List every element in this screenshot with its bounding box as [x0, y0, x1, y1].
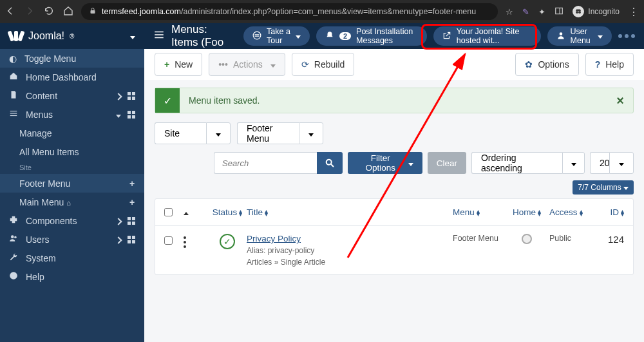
columns-button[interactable]: 7/7 Columns — [573, 180, 634, 195]
svg-rect-13 — [155, 37, 164, 38]
svg-point-3 — [576, 11, 578, 14]
joomla-logo-icon — [9, 31, 23, 41]
bell-icon — [325, 31, 334, 42]
item-id: 124 — [598, 234, 624, 245]
column-menu[interactable]: Menu▴▾ — [453, 207, 504, 217]
plus-icon[interactable]: + — [126, 178, 138, 189]
sidebar-sub-all-items[interactable]: All Menu Items — [0, 142, 144, 161]
sidebar-sub-manage[interactable]: Manage — [0, 124, 144, 142]
take-tour-button[interactable]: Take a Tour — [243, 26, 310, 46]
clear-button[interactable]: Clear — [428, 152, 466, 174]
menu-type-selector[interactable]: Footer Menu — [237, 122, 323, 144]
sidebar-item-menus[interactable]: Menus — [0, 105, 144, 124]
options-button[interactable]: ✿ Options — [515, 53, 578, 76]
svg-point-10 — [10, 272, 17, 280]
brand[interactable]: Joomla! ® — [0, 23, 144, 49]
column-id[interactable]: ID▴▾ — [598, 207, 624, 217]
column-status[interactable]: Status▴▾ — [208, 207, 247, 217]
sidebar-item-system[interactable]: System — [0, 249, 144, 267]
sidebar-item-components[interactable]: Components — [0, 211, 144, 230]
browser-menu-icon[interactable]: ⋮ — [629, 6, 639, 18]
star-icon[interactable]: ☆ — [506, 7, 513, 17]
item-title-link[interactable]: Privacy Policy — [247, 234, 453, 243]
url-host: termsfeed.joomla.com — [102, 7, 181, 16]
alert-close-button[interactable]: × — [607, 93, 633, 108]
forward-icon — [24, 6, 35, 18]
panel-icon[interactable] — [554, 6, 564, 17]
new-button[interactable]: + New — [155, 53, 202, 76]
sort-icon: ▴▾ — [265, 209, 268, 216]
grid-icon[interactable] — [128, 236, 135, 243]
search-button[interactable] — [317, 152, 343, 174]
site-selector[interactable]: Site — [155, 122, 231, 144]
sort-icon: ▴▾ — [239, 209, 242, 216]
toolbar: + New ••• Actions ⟳ Rebuild ✿ Options ? … — [144, 49, 644, 80]
grid-icon[interactable] — [128, 217, 135, 225]
plus-icon[interactable]: + — [126, 196, 138, 208]
sidebar-item-home[interactable]: Home Dashboard — [0, 68, 144, 86]
sort-icon: ▴▾ — [621, 209, 624, 216]
home-toggle[interactable] — [522, 234, 532, 244]
reload-icon[interactable] — [44, 6, 54, 18]
incognito-badge[interactable]: Incognito — [573, 6, 620, 17]
limit-selector[interactable]: 20 — [590, 152, 634, 174]
rebuild-button[interactable]: ⟳ Rebuild — [292, 53, 354, 76]
extensions-icon[interactable]: ✦ — [538, 7, 545, 17]
chevron-down-icon — [130, 30, 135, 42]
ellipsis-icon: ••• — [218, 59, 228, 70]
info-icon — [9, 271, 18, 282]
svg-rect-7 — [10, 115, 17, 116]
help-button[interactable]: ? Help — [585, 53, 634, 76]
home-icon — [9, 71, 18, 82]
select-all-checkbox[interactable] — [164, 208, 173, 216]
svg-point-4 — [578, 11, 581, 14]
list-icon — [153, 29, 165, 44]
column-access[interactable]: Access▴▾ — [549, 207, 598, 217]
sidebar: Joomla! ® ◐ Toggle Menu Home Dashboard C… — [0, 23, 144, 342]
question-icon: ? — [595, 59, 601, 70]
toggle-menu-button[interactable]: ◐ Toggle Menu — [0, 49, 144, 68]
column-home[interactable]: Home▴▾ — [504, 207, 549, 217]
grid-icon[interactable] — [128, 111, 135, 119]
item-alias: Alias: privacy-policy — [247, 246, 453, 255]
svg-line-19 — [331, 164, 334, 167]
puzzle-icon — [9, 215, 18, 226]
column-order[interactable] — [184, 207, 208, 217]
chevron-right-icon — [116, 234, 121, 245]
chevron-down-icon — [619, 157, 624, 169]
svg-rect-12 — [155, 34, 164, 35]
sidebar-item-users[interactable]: Users — [0, 230, 144, 249]
row-checkbox[interactable] — [164, 236, 173, 245]
sidebar-sub-footer-menu[interactable]: Footer Menu + — [0, 174, 144, 193]
svg-point-8 — [11, 235, 14, 238]
notifications-button[interactable]: 2 Post Installation Messages — [316, 26, 427, 46]
chevron-down-icon — [623, 183, 629, 192]
more-menu-button[interactable] — [618, 34, 635, 38]
search-input[interactable] — [214, 152, 317, 174]
drag-handle[interactable] — [184, 236, 208, 248]
sidebar-item-help[interactable]: Help — [0, 267, 144, 286]
back-icon[interactable] — [5, 6, 15, 18]
ordering-selector[interactable]: Ordering ascending — [471, 152, 585, 174]
sidebar-item-content[interactable]: Content — [0, 86, 144, 105]
feather-icon[interactable]: ✎ — [522, 7, 529, 17]
page-title: Menus: Items (Foo — [171, 23, 233, 49]
svg-rect-5 — [10, 111, 17, 111]
home-nav-icon[interactable] — [63, 6, 73, 18]
item-path: Articles » Single Article — [247, 258, 453, 267]
site-link-button[interactable]: Your Joomla! Site hosted wit... — [433, 26, 541, 46]
grid-icon[interactable] — [128, 92, 135, 100]
chevron-down-icon — [571, 157, 576, 169]
refresh-icon: ⟳ — [301, 59, 309, 70]
topbar: Menus: Items (Foo Take a Tour 2 Post Ins… — [144, 23, 644, 49]
address-bar[interactable]: termsfeed.joomla.com/administrator/index… — [81, 3, 498, 20]
sidebar-sub-main-menu[interactable]: Main Menu ⌂ + — [0, 193, 144, 211]
published-icon[interactable]: ✓ — [220, 234, 235, 249]
filter-options-button[interactable]: Filter Options — [348, 152, 422, 174]
user-menu-button[interactable]: User Menu — [547, 26, 612, 46]
chevron-down-icon — [308, 128, 314, 139]
column-title[interactable]: Title▴▾ — [247, 207, 453, 217]
caret-up-icon — [184, 207, 189, 217]
sliders-icon — [252, 31, 261, 42]
sidebar-separator: Site — [0, 161, 144, 174]
